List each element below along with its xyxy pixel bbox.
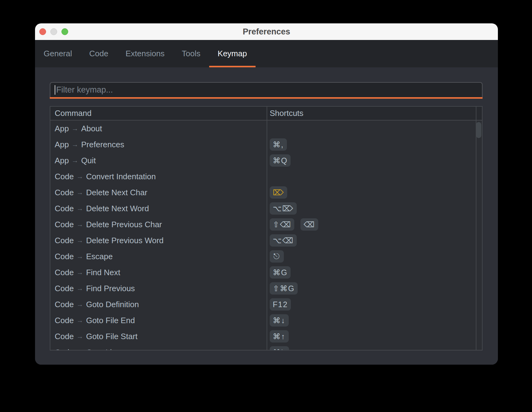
shortcut-key-badge[interactable]: ⌘, — [270, 138, 287, 151]
table-row[interactable]: Code→Goto File Start⌘↑ — [50, 328, 482, 344]
table-row[interactable]: Code→Delete Previous Word⌥⌫ — [50, 232, 482, 248]
command-name: Quit — [81, 156, 96, 165]
table-row[interactable]: Code→Find Previous⇧⌘G — [50, 280, 482, 296]
command-cell: Code→Convert Indentation — [50, 172, 267, 181]
command-group: App — [55, 124, 69, 133]
keymap-panel: Command Shortcuts App→AboutApp→Preferenc… — [35, 67, 498, 365]
shortcuts-cell: ⌥⌫ — [267, 234, 297, 247]
close-button[interactable] — [39, 28, 46, 35]
window-title: Preferences — [243, 27, 290, 37]
arrow-icon: → — [72, 141, 78, 149]
preferences-window: Preferences GeneralCodeExtensionsToolsKe… — [35, 23, 498, 365]
table-row[interactable]: Code→Goto DefinitionF12 — [50, 296, 482, 312]
column-header-command: Command — [50, 109, 267, 118]
table-row[interactable]: Code→Escape⎋ — [50, 248, 482, 264]
shortcut-key-badge[interactable]: ⌘Q — [270, 154, 291, 167]
command-name: Goto Definition — [86, 300, 139, 309]
shortcuts-cell: ⎋ — [267, 250, 284, 263]
titlebar: Preferences — [35, 23, 498, 40]
shortcut-key-badge[interactable]: ⌦ — [270, 186, 287, 199]
command-name: Goto File End — [86, 316, 135, 325]
command-cell: Code→Delete Next Word — [50, 204, 267, 213]
shortcuts-cell: ⌘G — [267, 266, 291, 279]
command-group: Code — [55, 188, 74, 197]
tab-code[interactable]: Code — [81, 40, 117, 67]
command-group: Code — [55, 172, 74, 181]
tab-keymap[interactable]: Keymap — [209, 40, 256, 67]
arrow-icon: → — [72, 156, 78, 164]
command-name: Delete Next Char — [86, 188, 147, 197]
command-group: Code — [55, 284, 74, 293]
command-group: App — [55, 140, 69, 149]
shortcut-key-badge[interactable]: ⌥⌫ — [270, 234, 297, 247]
command-name: Goto File Start — [86, 332, 138, 341]
command-cell: Code→Find Previous — [50, 284, 267, 293]
shortcut-key-badge[interactable]: ⌘↑ — [270, 330, 289, 343]
table-row[interactable]: App→Preferences⌘, — [50, 137, 482, 153]
command-cell: Code→Delete Previous Word — [50, 236, 267, 245]
table-body: App→AboutApp→Preferences⌘,App→Quit⌘QCode… — [50, 121, 482, 351]
traffic-lights — [39, 28, 68, 35]
table-row[interactable]: App→About — [50, 121, 482, 137]
keymap-table: Command Shortcuts App→AboutApp→Preferenc… — [50, 106, 483, 351]
table-row[interactable]: Code→Delete Next Word⌥⌦ — [50, 200, 482, 216]
column-divider — [267, 107, 267, 350]
table-header: Command Shortcuts — [50, 107, 482, 121]
arrow-icon: → — [76, 284, 83, 292]
table-row[interactable]: Code→Convert Indentation — [50, 168, 482, 184]
table-row[interactable]: Code→Delete Previous Char⇧⌫⌫ — [50, 216, 482, 232]
shortcuts-cell: ⌘Q — [267, 154, 291, 167]
command-group: App — [55, 156, 69, 165]
command-group: Code — [55, 300, 74, 309]
shortcut-key-badge[interactable]: ⌘G — [270, 266, 291, 279]
command-group: Code — [55, 252, 74, 261]
arrow-icon: → — [76, 236, 83, 244]
tab-extensions[interactable]: Extensions — [117, 40, 173, 67]
table-row[interactable]: App→Quit⌘Q — [50, 153, 482, 168]
shortcut-key-badge[interactable]: ⌫ — [300, 218, 318, 231]
command-name: Preferences — [81, 140, 124, 149]
shortcut-key-badge[interactable]: F12 — [270, 298, 291, 311]
shortcut-key-badge[interactable]: ⌘↓ — [270, 314, 289, 327]
command-name: Delete Previous Word — [86, 236, 163, 245]
tab-general[interactable]: General — [35, 40, 81, 67]
arrow-icon: → — [76, 332, 83, 340]
arrow-icon: → — [76, 348, 83, 351]
command-name: Delete Previous Char — [86, 220, 162, 229]
command-name: Goto Line — [86, 348, 121, 351]
filter-keymap-input[interactable] — [50, 82, 483, 97]
shortcuts-cell: ⌘L — [267, 346, 289, 351]
shortcut-key-badge[interactable]: ⇧⌫ — [270, 218, 294, 231]
table-row[interactable]: Code→Goto Line⌘L — [50, 344, 482, 351]
filter-field-wrap — [50, 82, 483, 99]
arrow-icon: → — [76, 220, 83, 228]
table-row[interactable]: Code→Goto File End⌘↓ — [50, 312, 482, 328]
command-cell: App→Quit — [50, 156, 267, 165]
arrow-icon: → — [76, 252, 83, 260]
shortcut-key-badge[interactable]: ⎋ — [270, 250, 284, 263]
command-cell: Code→Goto Line — [50, 348, 267, 351]
minimize-button[interactable] — [50, 28, 57, 35]
tab-tools[interactable]: Tools — [173, 40, 209, 67]
column-divider — [476, 107, 476, 350]
command-name: Convert Indentation — [86, 172, 156, 181]
shortcut-key-badge[interactable]: ⌥⌦ — [270, 202, 297, 215]
zoom-button[interactable] — [61, 28, 68, 35]
table-row[interactable]: Code→Delete Next Char⌦ — [50, 184, 482, 200]
shortcut-key-badge[interactable]: ⌘L — [270, 346, 289, 351]
command-cell: Code→Goto File Start — [50, 332, 267, 341]
arrow-icon: → — [72, 125, 78, 133]
text-caret — [55, 85, 55, 95]
shortcuts-cell: ⌘, — [267, 138, 287, 151]
command-group: Code — [55, 204, 74, 213]
command-group: Code — [55, 316, 74, 325]
table-row[interactable]: Code→Find Next⌘G — [50, 264, 482, 280]
command-group: Code — [55, 332, 74, 341]
filter-focus-underline — [50, 97, 483, 99]
command-cell: Code→Delete Next Char — [50, 188, 267, 197]
command-cell: Code→Escape — [50, 252, 267, 261]
vertical-scrollbar-thumb[interactable] — [476, 122, 481, 138]
shortcut-key-badge[interactable]: ⇧⌘G — [270, 282, 298, 295]
command-name: Escape — [86, 252, 113, 261]
arrow-icon: → — [76, 300, 83, 308]
